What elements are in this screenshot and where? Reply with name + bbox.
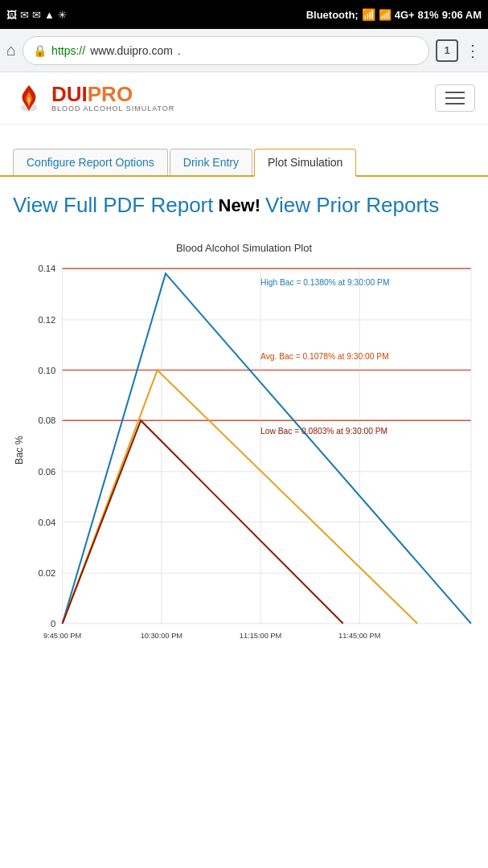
svg-text:Low Bac = 0.0803% at  9:30:00 : Low Bac = 0.0803% at 9:30:00 PM xyxy=(260,427,388,436)
alert-icon: ▲ xyxy=(44,9,55,21)
view-pdf-report-link[interactable]: View Full PDF Report xyxy=(13,193,214,218)
browser-menu-button[interactable]: ⋮ xyxy=(465,41,482,60)
logo-dui: DUI xyxy=(51,82,88,106)
tab-drink-entry[interactable]: Drink Entry xyxy=(170,149,252,175)
email-icon: ✉ xyxy=(20,9,29,21)
url-protocol: https:// xyxy=(51,44,85,57)
tab-configure-report[interactable]: Configure Report Options xyxy=(13,149,168,175)
svg-text:0.14: 0.14 xyxy=(38,264,55,273)
status-bar: 🖼 ✉ ✉ ▲ ✳ Bluetooth; 📶 📶 4G+ 81% 9:06 AM xyxy=(0,0,488,29)
high-bac-line xyxy=(63,273,471,623)
svg-text:0: 0 xyxy=(51,619,55,628)
tabs-container: Configure Report Options Drink Entry Plo… xyxy=(0,149,488,177)
battery-level: 81% xyxy=(418,9,439,21)
content-area: View Full PDF Report New! View Prior Rep… xyxy=(0,177,488,676)
status-info: Bluetooth; 📶 📶 4G+ 81% 9:06 AM xyxy=(306,8,482,21)
logo-tagline: BLOOD ALCOHOL SIMULATOR xyxy=(51,104,174,113)
svg-text:0.06: 0.06 xyxy=(38,467,55,477)
security-icon: 🔒 xyxy=(33,44,47,57)
svg-text:0.08: 0.08 xyxy=(38,416,55,425)
chart-container: Blood Alcohol Simulation Plot xyxy=(13,242,475,676)
logo: DUIPRO BLOOD ALCOHOL SIMULATOR xyxy=(13,82,174,114)
spacer xyxy=(0,125,488,149)
wifi-icon: 📶 xyxy=(379,9,392,21)
hamburger-menu-button[interactable] xyxy=(435,84,475,112)
logo-flame-icon xyxy=(13,82,45,114)
links-row: View Full PDF Report New! View Prior Rep… xyxy=(13,193,475,218)
address-bar[interactable]: 🔒 https://www.duipro.com. xyxy=(23,36,429,65)
svg-text:10:30:00 PM: 10:30:00 PM xyxy=(141,632,182,640)
svg-text:High Bac = 0.1380% at  9:30:00: High Bac = 0.1380% at 9:30:00 PM xyxy=(260,278,389,287)
svg-text:9:45:00 PM: 9:45:00 PM xyxy=(43,632,81,640)
svg-text:Bac %: Bac % xyxy=(14,436,25,465)
avg-bac-line xyxy=(63,371,418,624)
tab-plot-simulation[interactable]: Plot Simulation xyxy=(254,149,356,177)
logo-text: DUIPRO BLOOD ALCOHOL SIMULATOR xyxy=(51,84,174,113)
page-header: DUIPRO BLOOD ALCOHOL SIMULATOR xyxy=(0,72,488,125)
tab-count-badge[interactable]: 1 xyxy=(436,39,458,62)
svg-text:11:15:00 PM: 11:15:00 PM xyxy=(240,632,281,640)
photo-icon: 🖼 xyxy=(6,9,17,21)
logo-pro: PRO xyxy=(88,82,133,106)
hamburger-line-3 xyxy=(445,103,465,104)
svg-text:0.10: 0.10 xyxy=(38,366,55,375)
svg-text:0.04: 0.04 xyxy=(38,518,55,527)
url-domain: www.duipro.com xyxy=(90,44,173,57)
status-icons: 🖼 ✉ ✉ ▲ ✳ xyxy=(6,9,67,21)
bac-simulation-chart: 0.14 0.12 0.10 0.08 0.06 0.04 0.02 0 Bac… xyxy=(13,260,475,657)
signal-strength: 4G+ xyxy=(395,9,415,21)
bluetooth-icon: Bluetooth; xyxy=(306,9,359,21)
new-badge: New! xyxy=(219,195,261,216)
chart-title: Blood Alcohol Simulation Plot xyxy=(13,242,475,254)
svg-text:0.02: 0.02 xyxy=(38,568,55,578)
home-button[interactable]: ⌂ xyxy=(6,41,16,59)
svg-text:Avg. Bac = 0.1078% at  9:30:00: Avg. Bac = 0.1078% at 9:30:00 PM xyxy=(260,352,389,361)
hamburger-line-2 xyxy=(445,97,465,99)
svg-text:0.12: 0.12 xyxy=(38,315,55,325)
chart-wrapper: 0.14 0.12 0.10 0.08 0.06 0.04 0.02 0 Bac… xyxy=(13,260,475,660)
url-suffix: . xyxy=(178,44,181,57)
browser-bar: ⌂ 🔒 https://www.duipro.com. 1 ⋮ xyxy=(0,29,488,72)
logo-name: DUIPRO xyxy=(51,84,174,104)
svg-text:11:45:00 PM: 11:45:00 PM xyxy=(338,632,380,640)
time-display: 9:06 AM xyxy=(442,9,482,21)
hamburger-line-1 xyxy=(445,92,465,93)
view-prior-reports-link[interactable]: View Prior Reports xyxy=(265,193,439,218)
mail-icon: ✉ xyxy=(32,9,41,21)
bluetooth-symbol: 📶 xyxy=(362,8,375,21)
star-icon: ✳ xyxy=(58,9,67,21)
